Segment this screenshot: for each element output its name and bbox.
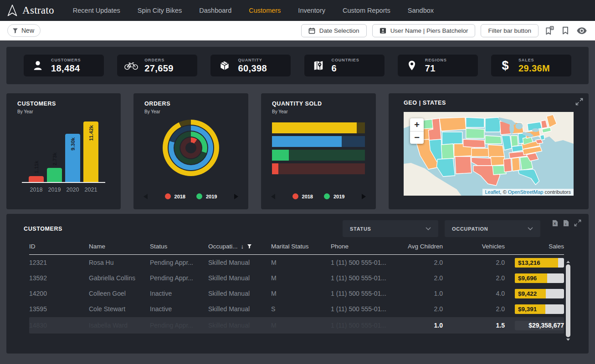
export-csv-icon[interactable]: , xyxy=(563,220,569,227)
charts-row: CUSTOMERS By Year 1.11k 2.73k 9.30k 11.4… xyxy=(6,93,589,209)
top-nav: Astrato Recent Updates Spin City Bikes D… xyxy=(0,0,595,21)
bookmark-icon[interactable] xyxy=(560,26,570,35)
x-axis-labels: 2018 2019 2020 2021 xyxy=(22,187,105,193)
calendar-icon xyxy=(308,27,315,34)
bar-2021[interactable]: 11.42k xyxy=(83,121,98,182)
nav-item-sandbox[interactable]: Sandbox xyxy=(399,7,442,14)
table-row[interactable]: 13595Cole StewartInactive Skilled Manual… xyxy=(29,301,564,317)
hbar-chart xyxy=(272,122,365,174)
legend-next-icon[interactable] xyxy=(362,194,366,199)
status-filter-dropdown[interactable]: STATUS xyxy=(343,220,438,237)
table-scrollbar[interactable] xyxy=(565,261,571,341)
new-filter-button[interactable]: New xyxy=(7,24,41,37)
map-attribution: Leaflet, © OpenStreetMap contributors xyxy=(482,189,574,196)
hbar-2019[interactable] xyxy=(272,150,365,161)
sales-bar: $13,216 xyxy=(515,258,564,268)
bar-2018[interactable]: 1.11k xyxy=(29,176,44,182)
kpi-label: REGIONS xyxy=(425,58,447,62)
export-excel-icon[interactable]: X xyxy=(552,220,558,227)
ring-2018 xyxy=(180,137,201,158)
hbar-2021[interactable] xyxy=(272,122,365,133)
kpi-quantity[interactable]: QUANTITY 60,398 xyxy=(210,55,291,76)
expand-icon[interactable] xyxy=(574,219,581,227)
table-totals-row: 14830Isabella WardPending Appr... Skille… xyxy=(29,317,564,334)
legend-item-2019[interactable]: 2019 xyxy=(324,193,344,199)
bookmark-add-icon[interactable] xyxy=(544,26,555,35)
brand-name: Astrato xyxy=(22,5,54,16)
svg-text:,: , xyxy=(565,220,566,225)
bar-2019[interactable]: 2.73k xyxy=(47,168,62,182)
legend-dot xyxy=(196,193,202,199)
box-icon xyxy=(217,60,232,71)
legend-label: 2018 xyxy=(302,194,313,199)
kpi-value: 60,398 xyxy=(238,63,267,74)
nav-item-custom-reports[interactable]: Custom Reports xyxy=(334,7,399,14)
col-header-name[interactable]: Name xyxy=(89,243,150,250)
legend-prev-icon[interactable] xyxy=(144,194,148,199)
openstreetmap-link[interactable]: OpenStreetMap xyxy=(508,189,544,195)
hbar-2018[interactable] xyxy=(272,163,365,174)
bar-2020[interactable]: 9.30k xyxy=(65,134,80,182)
kpi-sales[interactable]: $ SALES 29.36M xyxy=(491,55,571,76)
col-header-avg-children[interactable]: Avg Children xyxy=(399,243,443,250)
occupation-filter-dropdown[interactable]: OCCUPATION xyxy=(445,220,540,237)
scroll-up-icon[interactable] xyxy=(566,261,570,263)
kpi-regions[interactable]: REGIONS 71 xyxy=(398,55,478,76)
filter-funnel-icon[interactable] xyxy=(247,244,252,249)
ring-2021 xyxy=(163,120,219,176)
person-icon xyxy=(31,60,45,71)
legend-item-2018[interactable]: 2018 xyxy=(292,193,313,199)
col-header-occupation[interactable]: Occupati... ↓ xyxy=(208,243,271,250)
customers-table-panel: CUSTOMERS STATUS OCCUPATION X , xyxy=(6,214,589,354)
quantity-legend: 2018 2019 xyxy=(261,193,376,199)
eye-icon[interactable] xyxy=(576,27,588,34)
kpi-orders[interactable]: ORDERS 27,659 xyxy=(117,55,197,76)
ring-2019 xyxy=(174,131,207,164)
orders-legend: 2018 2019 xyxy=(133,193,248,199)
kpi-customers[interactable]: CUSTOMERS 18,484 xyxy=(24,55,104,76)
legend-label: 2019 xyxy=(206,194,217,199)
sort-desc-icon[interactable]: ↓ xyxy=(241,243,244,250)
date-selection-button[interactable]: Date Selection xyxy=(301,24,367,37)
filter-bar-button[interactable]: Filter bar button xyxy=(481,24,539,37)
scroll-down-icon[interactable] xyxy=(566,339,570,341)
nav-item-spin-city-bikes[interactable]: Spin City Bikes xyxy=(129,7,191,14)
brand[interactable]: Astrato xyxy=(6,4,54,17)
col-header-marital-status[interactable]: Marital Status xyxy=(271,243,331,250)
nav-item-dashboard[interactable]: Dashboard xyxy=(190,7,240,14)
col-header-status[interactable]: Status xyxy=(150,243,208,250)
scrollbar-thumb[interactable] xyxy=(566,264,570,337)
nav-item-inventory[interactable]: Inventory xyxy=(289,7,334,14)
legend-item-2018[interactable]: 2018 xyxy=(165,193,185,199)
hbar-2020[interactable] xyxy=(272,136,365,147)
kpi-value: 6 xyxy=(332,63,359,74)
leaflet-map[interactable]: + − Leaflet, © OpenStreetMap contributor… xyxy=(404,112,574,196)
ring-2020 xyxy=(169,126,213,170)
zoom-in-button[interactable]: + xyxy=(410,118,424,131)
kpi-value: 29.36M xyxy=(518,63,550,74)
zoom-out-button[interactable]: − xyxy=(410,131,424,144)
col-header-id[interactable]: ID xyxy=(29,243,89,250)
leaflet-link[interactable]: Leaflet xyxy=(485,189,500,195)
table-row[interactable]: 12321Rosa HuPending Appr... Skilled Manu… xyxy=(29,255,564,270)
col-header-phone[interactable]: Phone xyxy=(331,243,399,250)
kpi-strip: CUSTOMERS 18,484 ORDERS 27,659 xyxy=(6,47,589,84)
col-header-vehicles[interactable]: Vehicles xyxy=(443,243,505,250)
col-header-sales[interactable]: Sales xyxy=(505,243,564,250)
expand-icon[interactable] xyxy=(575,98,583,106)
table-header-row: ID Name Status Occupati... ↓ Marital Sta… xyxy=(29,243,564,255)
sales-bar: $9,696 xyxy=(515,273,564,283)
legend-item-2019[interactable]: 2019 xyxy=(196,193,217,199)
nav-item-recent-updates[interactable]: Recent Updates xyxy=(64,7,129,14)
kpi-countries[interactable]: COUNTRIES 6 xyxy=(304,55,385,76)
legend-dot xyxy=(324,193,330,199)
legend-next-icon[interactable] xyxy=(234,194,238,199)
chart-subtitle: By Year xyxy=(144,109,237,114)
kpi-label: CUSTOMERS xyxy=(51,58,81,62)
radial-chart[interactable] xyxy=(144,120,237,176)
legend-prev-icon[interactable] xyxy=(271,194,275,199)
table-row[interactable]: 13592Gabriella CollinsPending Appr... Sk… xyxy=(29,270,564,286)
user-button[interactable]: User Name | Piers Batchelor xyxy=(372,24,476,37)
table-row[interactable]: 14200Colleen GoelInactive Skilled Manual… xyxy=(29,286,564,301)
nav-item-customers[interactable]: Customers xyxy=(240,7,289,14)
